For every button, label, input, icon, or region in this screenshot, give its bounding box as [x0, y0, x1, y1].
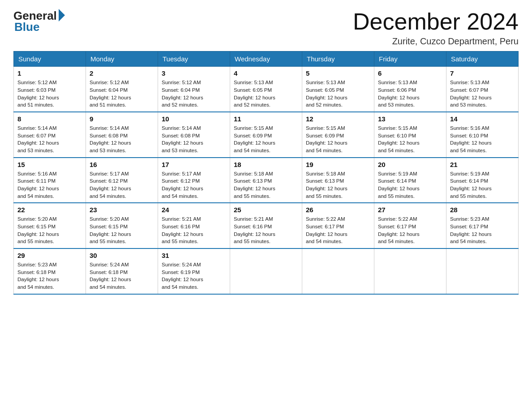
- day-info: Sunrise: 5:22 AMSunset: 6:17 PMDaylight:…: [378, 215, 442, 245]
- calendar-cell: 23Sunrise: 5:20 AMSunset: 6:15 PMDayligh…: [86, 203, 158, 248]
- calendar-header-row: SundayMondayTuesdayWednesdayThursdayFrid…: [14, 51, 519, 67]
- calendar-cell: 15Sunrise: 5:16 AMSunset: 6:11 PMDayligh…: [14, 158, 86, 203]
- day-number: 3: [162, 69, 226, 77]
- header-day-friday: Friday: [374, 51, 446, 67]
- week-row-5: 29Sunrise: 5:23 AMSunset: 6:18 PMDayligh…: [14, 248, 519, 294]
- calendar-cell: 5Sunrise: 5:13 AMSunset: 6:05 PMDaylight…: [302, 67, 374, 112]
- day-number: 29: [17, 252, 82, 259]
- logo-blue-text: Blue: [14, 20, 39, 34]
- month-title: December 2024: [353, 9, 519, 34]
- day-info: Sunrise: 5:21 AMSunset: 6:16 PMDaylight:…: [162, 215, 226, 245]
- day-info: Sunrise: 5:16 AMSunset: 6:10 PMDaylight:…: [450, 124, 515, 154]
- day-number: 10: [162, 115, 226, 123]
- calendar-cell: [230, 248, 302, 294]
- calendar-cell: 11Sunrise: 5:15 AMSunset: 6:09 PMDayligh…: [230, 112, 302, 158]
- day-info: Sunrise: 5:13 AMSunset: 6:06 PMDaylight:…: [378, 79, 442, 109]
- calendar-cell: 18Sunrise: 5:18 AMSunset: 6:13 PMDayligh…: [230, 158, 302, 203]
- day-info: Sunrise: 5:17 AMSunset: 6:12 PMDaylight:…: [90, 170, 154, 200]
- day-number: 14: [450, 115, 515, 123]
- day-info: Sunrise: 5:15 AMSunset: 6:09 PMDaylight:…: [306, 124, 370, 154]
- week-row-1: 1Sunrise: 5:12 AMSunset: 6:03 PMDaylight…: [14, 67, 519, 112]
- calendar-cell: 25Sunrise: 5:21 AMSunset: 6:16 PMDayligh…: [230, 203, 302, 248]
- day-number: 4: [234, 69, 298, 77]
- header-day-wednesday: Wednesday: [230, 51, 302, 67]
- location-title: Zurite, Cuzco Department, Peru: [353, 36, 519, 47]
- calendar-cell: 29Sunrise: 5:23 AMSunset: 6:18 PMDayligh…: [14, 248, 86, 294]
- day-info: Sunrise: 5:24 AMSunset: 6:19 PMDaylight:…: [162, 261, 226, 291]
- day-number: 24: [162, 206, 226, 214]
- day-info: Sunrise: 5:15 AMSunset: 6:10 PMDaylight:…: [378, 124, 442, 154]
- calendar-cell: 28Sunrise: 5:23 AMSunset: 6:17 PMDayligh…: [446, 203, 519, 248]
- day-number: 22: [17, 206, 82, 214]
- calendar-cell: 10Sunrise: 5:14 AMSunset: 6:08 PMDayligh…: [158, 112, 230, 158]
- calendar-cell: 26Sunrise: 5:22 AMSunset: 6:17 PMDayligh…: [302, 203, 374, 248]
- calendar-cell: [374, 248, 446, 294]
- calendar-cell: 22Sunrise: 5:20 AMSunset: 6:15 PMDayligh…: [14, 203, 86, 248]
- header-day-monday: Monday: [86, 51, 158, 67]
- calendar-cell: 19Sunrise: 5:18 AMSunset: 6:13 PMDayligh…: [302, 158, 374, 203]
- day-info: Sunrise: 5:14 AMSunset: 6:08 PMDaylight:…: [90, 124, 154, 154]
- day-number: 7: [450, 69, 515, 77]
- calendar-cell: 8Sunrise: 5:14 AMSunset: 6:07 PMDaylight…: [14, 112, 86, 158]
- day-info: Sunrise: 5:15 AMSunset: 6:09 PMDaylight:…: [234, 124, 298, 154]
- calendar-cell: 12Sunrise: 5:15 AMSunset: 6:09 PMDayligh…: [302, 112, 374, 158]
- calendar-cell: 4Sunrise: 5:13 AMSunset: 6:05 PMDaylight…: [230, 67, 302, 112]
- day-info: Sunrise: 5:23 AMSunset: 6:17 PMDaylight:…: [450, 215, 515, 245]
- header-day-saturday: Saturday: [446, 51, 519, 67]
- day-info: Sunrise: 5:20 AMSunset: 6:15 PMDaylight:…: [17, 215, 82, 245]
- title-section: December 2024 Zurite, Cuzco Department, …: [353, 9, 519, 47]
- day-info: Sunrise: 5:13 AMSunset: 6:05 PMDaylight:…: [234, 79, 298, 109]
- header-day-sunday: Sunday: [14, 51, 86, 67]
- logo-arrow-icon: [59, 9, 65, 21]
- week-row-3: 15Sunrise: 5:16 AMSunset: 6:11 PMDayligh…: [14, 158, 519, 203]
- day-number: 18: [234, 161, 298, 168]
- calendar-cell: 3Sunrise: 5:12 AMSunset: 6:04 PMDaylight…: [158, 67, 230, 112]
- calendar-cell: 14Sunrise: 5:16 AMSunset: 6:10 PMDayligh…: [446, 112, 519, 158]
- day-number: 20: [378, 161, 442, 168]
- day-info: Sunrise: 5:16 AMSunset: 6:11 PMDaylight:…: [17, 170, 82, 200]
- calendar-cell: 1Sunrise: 5:12 AMSunset: 6:03 PMDaylight…: [14, 67, 86, 112]
- day-number: 17: [162, 161, 226, 168]
- week-row-2: 8Sunrise: 5:14 AMSunset: 6:07 PMDaylight…: [14, 112, 519, 158]
- calendar-cell: 7Sunrise: 5:13 AMSunset: 6:07 PMDaylight…: [446, 67, 519, 112]
- calendar-cell: 9Sunrise: 5:14 AMSunset: 6:08 PMDaylight…: [86, 112, 158, 158]
- day-number: 28: [450, 206, 515, 214]
- calendar-table: SundayMondayTuesdayWednesdayThursdayFrid…: [13, 51, 519, 294]
- calendar-cell: 31Sunrise: 5:24 AMSunset: 6:19 PMDayligh…: [158, 248, 230, 294]
- day-info: Sunrise: 5:14 AMSunset: 6:07 PMDaylight:…: [17, 124, 82, 154]
- day-info: Sunrise: 5:21 AMSunset: 6:16 PMDaylight:…: [234, 215, 298, 245]
- day-info: Sunrise: 5:19 AMSunset: 6:14 PMDaylight:…: [450, 170, 515, 200]
- day-info: Sunrise: 5:22 AMSunset: 6:17 PMDaylight:…: [306, 215, 370, 245]
- day-number: 13: [378, 115, 442, 123]
- day-number: 23: [90, 206, 154, 214]
- day-number: 11: [234, 115, 298, 123]
- calendar-cell: 6Sunrise: 5:13 AMSunset: 6:06 PMDaylight…: [374, 67, 446, 112]
- day-info: Sunrise: 5:18 AMSunset: 6:13 PMDaylight:…: [234, 170, 298, 200]
- calendar-cell: 16Sunrise: 5:17 AMSunset: 6:12 PMDayligh…: [86, 158, 158, 203]
- day-number: 27: [378, 206, 442, 214]
- day-number: 12: [306, 115, 370, 123]
- day-info: Sunrise: 5:14 AMSunset: 6:08 PMDaylight:…: [162, 124, 226, 154]
- day-number: 9: [90, 115, 154, 123]
- day-number: 5: [306, 69, 370, 77]
- calendar-cell: 30Sunrise: 5:24 AMSunset: 6:18 PMDayligh…: [86, 248, 158, 294]
- day-info: Sunrise: 5:12 AMSunset: 6:04 PMDaylight:…: [162, 79, 226, 109]
- page-header: General Blue December 2024 Zurite, Cuzco…: [13, 9, 519, 47]
- header-day-tuesday: Tuesday: [158, 51, 230, 67]
- logo: General Blue: [13, 9, 65, 34]
- day-number: 25: [234, 206, 298, 214]
- calendar-cell: 2Sunrise: 5:12 AMSunset: 6:04 PMDaylight…: [86, 67, 158, 112]
- day-info: Sunrise: 5:17 AMSunset: 6:12 PMDaylight:…: [162, 170, 226, 200]
- day-number: 1: [17, 69, 82, 77]
- calendar-cell: 20Sunrise: 5:19 AMSunset: 6:14 PMDayligh…: [374, 158, 446, 203]
- day-info: Sunrise: 5:23 AMSunset: 6:18 PMDaylight:…: [17, 261, 82, 291]
- calendar-cell: 27Sunrise: 5:22 AMSunset: 6:17 PMDayligh…: [374, 203, 446, 248]
- day-info: Sunrise: 5:12 AMSunset: 6:03 PMDaylight:…: [17, 79, 82, 109]
- calendar-cell: [302, 248, 374, 294]
- calendar-cell: 13Sunrise: 5:15 AMSunset: 6:10 PMDayligh…: [374, 112, 446, 158]
- week-row-4: 22Sunrise: 5:20 AMSunset: 6:15 PMDayligh…: [14, 203, 519, 248]
- day-number: 19: [306, 161, 370, 168]
- day-info: Sunrise: 5:13 AMSunset: 6:07 PMDaylight:…: [450, 79, 515, 109]
- day-number: 31: [162, 252, 226, 259]
- calendar-cell: [446, 248, 519, 294]
